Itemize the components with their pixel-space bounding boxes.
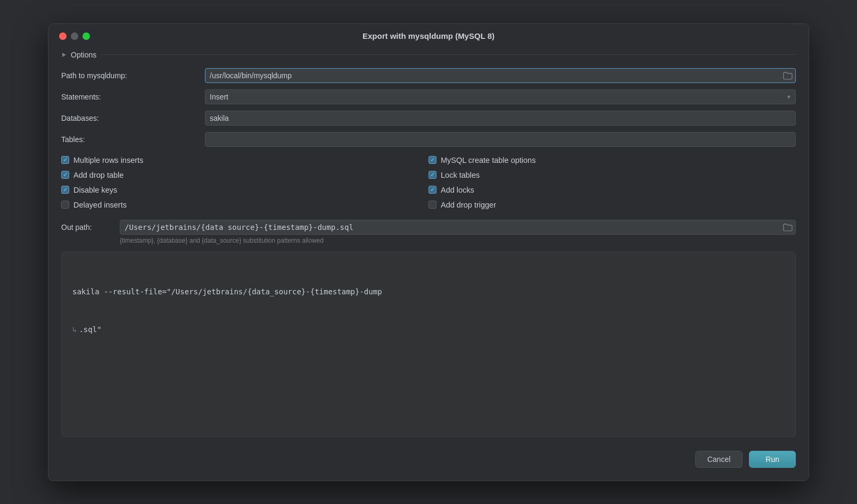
path-row: Path to mysqldump: — [61, 68, 796, 84]
checkbox-disable-keys-label: Disable keys — [73, 186, 117, 194]
checkbox-mysql-create[interactable]: ✓ MySQL create table options — [428, 153, 796, 168]
code-text-2: .sql" — [79, 324, 101, 336]
checkmark-icon: ✓ — [430, 157, 435, 163]
checkbox-delayed-inserts-input[interactable] — [61, 201, 69, 209]
checkbox-add-locks-label: Add locks — [441, 186, 474, 194]
tables-input-wrap — [205, 132, 796, 147]
tables-row: Tables: — [61, 131, 796, 147]
titlebar: Export with mysqldump (MySQL 8) — [48, 24, 809, 45]
code-line-1: sakila --result-file="/Users/jetbrains/{… — [72, 286, 785, 299]
code-line-2: ↳ .sql" — [72, 324, 785, 336]
checkmark-icon: ✓ — [430, 172, 435, 178]
minimize-button[interactable] — [71, 32, 78, 40]
content-area: Options Path to mysqldump: Statements: I… — [48, 45, 809, 481]
options-label: Options — [71, 51, 96, 59]
statements-select[interactable]: Insert Insert Ignore Replace — [205, 89, 796, 104]
run-button[interactable]: Run — [749, 451, 796, 468]
statements-row: Statements: Insert Insert Ignore Replace… — [61, 89, 796, 105]
path-label: Path to mysqldump: — [61, 71, 205, 80]
triangle-icon — [61, 52, 67, 57]
continuation-icon: ↳ — [72, 324, 77, 336]
out-path-row: Out path: — [61, 220, 796, 235]
checkbox-lock-tables[interactable]: ✓ Lock tables — [428, 168, 796, 183]
checkmark-icon: ✓ — [63, 157, 68, 163]
checkbox-mysql-create-input[interactable]: ✓ — [428, 156, 436, 164]
checkbox-lock-tables-input[interactable]: ✓ — [428, 171, 436, 179]
out-path-folder-button[interactable] — [783, 223, 793, 231]
dialog-title: Export with mysqldump (MySQL 8) — [362, 31, 495, 40]
substitution-hint: {timestamp}, {database} and {data_source… — [120, 237, 796, 244]
path-input-wrap — [205, 68, 796, 83]
databases-row: Databases: — [61, 110, 796, 126]
dialog-window: Export with mysqldump (MySQL 8) Options … — [48, 23, 809, 481]
checkbox-delayed-inserts[interactable]: Delayed inserts — [61, 197, 428, 212]
statements-select-wrap: Insert Insert Ignore Replace ▾ — [205, 89, 796, 104]
path-input[interactable] — [205, 68, 796, 83]
out-path-input-wrap — [120, 220, 796, 235]
checkbox-add-drop-trigger[interactable]: Add drop trigger — [428, 197, 796, 212]
statements-label: Statements: — [61, 93, 205, 101]
checkbox-disable-keys-input[interactable]: ✓ — [61, 186, 69, 194]
checkmark-icon: ✓ — [63, 187, 68, 193]
checkbox-add-drop-trigger-label: Add drop trigger — [441, 201, 496, 209]
out-path-input[interactable] — [120, 220, 796, 235]
cancel-button[interactable]: Cancel — [695, 451, 743, 468]
checkbox-add-drop-table-label: Add drop table — [73, 171, 123, 179]
checkbox-grid: ✓ Multiple rows inserts ✓ MySQL create t… — [61, 153, 796, 212]
checkbox-lock-tables-label: Lock tables — [441, 171, 480, 179]
checkbox-add-drop-trigger-input[interactable] — [428, 201, 436, 209]
path-folder-button[interactable] — [783, 71, 793, 79]
window-controls — [59, 32, 90, 40]
databases-input-wrap — [205, 111, 796, 126]
checkbox-add-drop-table[interactable]: ✓ Add drop table — [61, 168, 428, 183]
options-section-header: Options — [61, 51, 796, 59]
out-path-section: Out path: {timestamp}, {database} and {d… — [61, 220, 796, 244]
tables-label: Tables: — [61, 135, 205, 144]
checkmark-icon: ✓ — [63, 172, 68, 178]
footer-buttons: Cancel Run — [61, 445, 796, 470]
code-text-1: sakila --result-file="/Users/jetbrains/{… — [72, 286, 382, 299]
checkbox-mysql-create-label: MySQL create table options — [441, 156, 535, 164]
databases-label: Databases: — [61, 114, 205, 122]
code-preview: sakila --result-file="/Users/jetbrains/{… — [61, 252, 796, 437]
out-path-label: Out path: — [61, 223, 120, 232]
checkbox-multiple-rows-label: Multiple rows inserts — [73, 156, 143, 164]
checkbox-disable-keys[interactable]: ✓ Disable keys — [61, 183, 428, 197]
checkboxes-section: ✓ Multiple rows inserts ✓ MySQL create t… — [61, 153, 796, 212]
close-button[interactable] — [59, 32, 67, 40]
tables-input[interactable] — [205, 132, 796, 147]
checkbox-multiple-rows-input[interactable]: ✓ — [61, 156, 69, 164]
checkbox-add-drop-table-input[interactable]: ✓ — [61, 171, 69, 179]
databases-input[interactable] — [205, 111, 796, 126]
checkbox-add-locks-input[interactable]: ✓ — [428, 186, 436, 194]
checkbox-multiple-rows[interactable]: ✓ Multiple rows inserts — [61, 153, 428, 168]
checkbox-delayed-inserts-label: Delayed inserts — [73, 201, 127, 209]
checkmark-icon: ✓ — [430, 187, 435, 193]
svg-marker-0 — [62, 53, 66, 57]
checkbox-add-locks[interactable]: ✓ Add locks — [428, 183, 796, 197]
maximize-button[interactable] — [83, 32, 90, 40]
